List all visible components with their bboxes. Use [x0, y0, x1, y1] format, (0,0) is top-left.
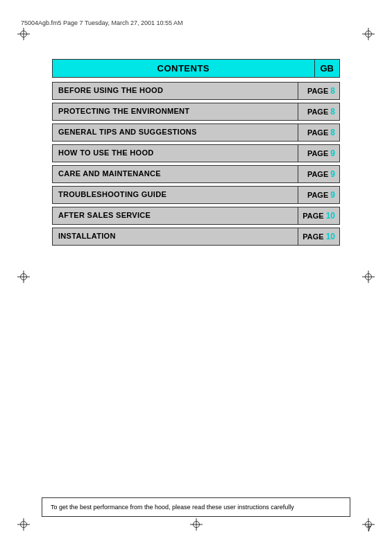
crosshair-bot-left — [17, 518, 30, 531]
contents-title: CONTENTS — [52, 59, 315, 78]
toc-page-1: PAGE 8 — [298, 103, 339, 120]
toc-title-5: TROUBLESHOOTING GUIDE — [53, 187, 298, 203]
bottom-note-text: To get the best performance from the hoo… — [51, 504, 294, 511]
toc-row-6: AFTER SALES SERVICE PAGE 10 — [52, 207, 340, 225]
gb-label: GB — [315, 59, 341, 78]
toc-title-4: CARE AND MAINTENANCE — [53, 166, 298, 182]
toc-row-5: TROUBLESHOOTING GUIDE PAGE 9 — [52, 186, 340, 204]
toc-row-0: BEFORE USING THE HOOD PAGE 8 — [52, 82, 340, 100]
toc-title-2: GENERAL TIPS AND SUGGESTIONS — [53, 124, 298, 141]
bottom-note: To get the best performance from the hoo… — [42, 497, 350, 517]
toc-row-7: INSTALLATION PAGE 10 — [52, 228, 340, 246]
file-info: 75004Agb.fm5 Page 7 Tuesday, March 27, 2… — [21, 19, 183, 26]
toc-page-4: PAGE 9 — [298, 166, 339, 182]
crosshair-bot-mid — [190, 518, 203, 531]
crosshair-top-right — [362, 28, 375, 40]
toc-page-5: PAGE 9 — [298, 187, 339, 203]
toc-row-2: GENERAL TIPS AND SUGGESTIONS PAGE 8 — [52, 123, 340, 142]
content-area: CONTENTS GB BEFORE USING THE HOOD PAGE 8… — [52, 59, 340, 248]
toc-title-3: HOW TO USE THE HOOD — [53, 145, 298, 162]
toc-page-2: PAGE 8 — [298, 124, 339, 141]
toc-page-0: PAGE 8 — [298, 83, 339, 99]
crosshair-mid-right — [362, 271, 375, 283]
header-bar: 75004Agb.fm5 Page 7 Tuesday, March 27, 2… — [21, 19, 371, 26]
crosshair-mid-left — [17, 271, 30, 283]
toc-title-0: BEFORE USING THE HOOD — [53, 83, 298, 99]
toc-title-6: AFTER SALES SERVICE — [53, 207, 298, 224]
crosshair-top-left — [17, 28, 30, 40]
toc-row-4: CARE AND MAINTENANCE PAGE 9 — [52, 165, 340, 183]
toc-page-6: PAGE 10 — [298, 207, 339, 224]
toc-page-7: PAGE 10 — [298, 228, 339, 245]
crosshair-bot-right — [362, 518, 375, 531]
title-row: CONTENTS GB — [52, 59, 340, 78]
page: 75004Agb.fm5 Page 7 Tuesday, March 27, 2… — [0, 0, 392, 555]
toc-row-3: HOW TO USE THE HOOD PAGE 9 — [52, 144, 340, 162]
toc-row-1: PROTECTING THE ENVIRONMENT PAGE 8 — [52, 103, 340, 121]
toc-title-7: INSTALLATION — [53, 228, 298, 245]
toc-page-3: PAGE 9 — [298, 145, 339, 162]
toc-title-1: PROTECTING THE ENVIRONMENT — [53, 103, 298, 120]
